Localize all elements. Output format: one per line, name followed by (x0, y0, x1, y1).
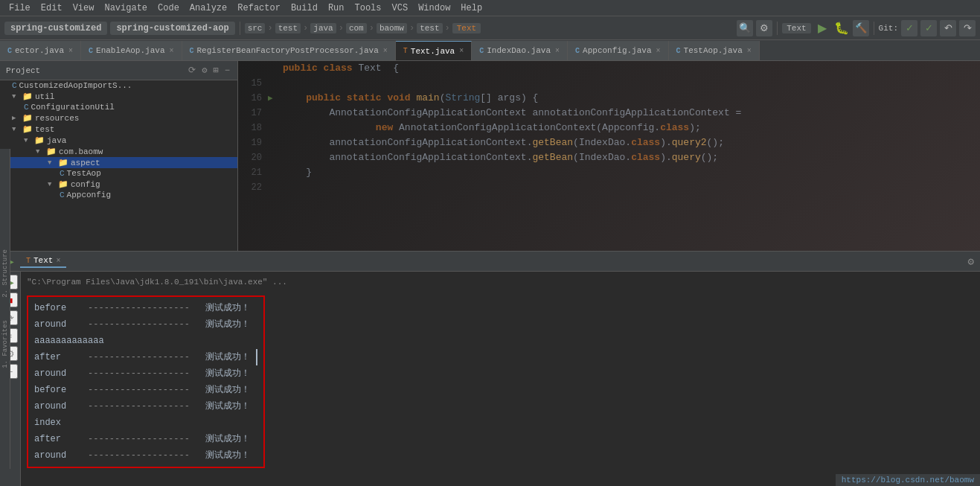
close-icon6[interactable]: × (656, 47, 661, 55)
breadcrumb-com[interactable]: com (346, 23, 367, 33)
tab-testaop[interactable]: C TestAop.java × (669, 41, 760, 60)
tree-node-customized[interactable]: C CustomizedAopImportS... (0, 80, 237, 91)
build-button[interactable]: 🔨 (853, 20, 869, 36)
breadcrumb-test[interactable]: test (275, 23, 301, 33)
tree-node-testaop[interactable]: C TestAop (0, 168, 237, 179)
undo-btn[interactable]: ↶ (940, 20, 956, 36)
tree-label-java: java (47, 136, 66, 145)
cursor-blink (256, 349, 257, 365)
menu-file[interactable]: File (4, 1, 35, 15)
tab-text[interactable]: T Text.java × (396, 41, 472, 60)
chevron-down-icon3: ▼ (24, 137, 34, 144)
line-code-19: annotationConfigApplicationContext.getBe… (280, 135, 980, 150)
close-icon4[interactable]: × (459, 47, 464, 55)
tab-label2: EnableAop.java (96, 46, 164, 55)
breadcrumb-java[interactable]: java (310, 23, 336, 33)
chevron-right-icon: ▶ (12, 114, 22, 122)
tree-node-test[interactable]: ▼ 📁 test (0, 124, 237, 135)
tab-icon-c3: C (190, 47, 194, 55)
tab-icon-c6: C (575, 47, 580, 55)
menu-refactor[interactable]: Refactor (233, 1, 285, 15)
run-tab-text[interactable]: T Text × (20, 255, 66, 268)
chevron-down-icon4: ▼ (36, 148, 46, 156)
menu-vcs[interactable]: VCS (388, 1, 413, 15)
sidebar-sync-icon[interactable]: ⟳ (187, 65, 197, 76)
line-code-18: new AnnotationConfigApplicationContext(A… (280, 121, 980, 135)
menu-tools[interactable]: Tools (350, 1, 386, 15)
file-tabs: C ector.java × C EnableAop.java × C Regi… (0, 40, 980, 61)
tab-icon-c5: C (479, 47, 484, 55)
menu-build[interactable]: Build (286, 1, 322, 15)
code-line-18: 18 new AnnotationConfigApplicationContex… (238, 121, 980, 135)
tab-icon-c: C (7, 47, 12, 55)
breadcrumb-text[interactable]: Text (452, 23, 481, 33)
code-line-20: 20 annotationConfigApplicationContext.ge… (238, 150, 980, 165)
redo-btn[interactable]: ↷ (959, 20, 976, 36)
line-code-17: AnnotationConfigApplicationContext annot… (280, 106, 980, 121)
sidebar-gear-icon[interactable]: ⚙ (200, 65, 208, 76)
tab-register[interactable]: C RegisterBeanFactoryPostProcessor.java … (182, 41, 396, 60)
breadcrumb-test2[interactable]: test (417, 23, 442, 33)
breadcrumb-src[interactable]: src (245, 23, 266, 33)
tree-node-java[interactable]: ▼ 📁 java (0, 135, 237, 146)
close-icon[interactable]: × (68, 47, 73, 55)
tab-enableaop[interactable]: C EnableAop.java × (81, 41, 182, 60)
tree-label-config: config (71, 180, 100, 189)
code-editor[interactable]: public class Text { 15 16 ▶ public stati… (238, 61, 980, 251)
project-name-1[interactable]: spring-customized (4, 22, 107, 35)
tree-node-combaomw[interactable]: ▼ 📁 com.baomw (0, 146, 237, 157)
search-toolbar-btn[interactable]: 🔍 (737, 20, 753, 36)
tab-icon-c2: C (89, 47, 93, 55)
menu-navigate[interactable]: Navigate (100, 1, 152, 15)
output-line-8: index (34, 415, 257, 431)
git-check-btn[interactable]: ✓ (901, 20, 917, 36)
tree-node-config[interactable]: ▼ 📁 config (0, 179, 237, 190)
git-update-btn[interactable]: ✓ (920, 20, 937, 36)
sidebar-close-icon[interactable]: − (223, 65, 231, 76)
tree-node-util[interactable]: ▼ 📁 util (0, 91, 237, 102)
tree-label-testaop: TestAop (67, 169, 101, 178)
menu-bar: File Edit View Navigate Code Analyze Ref… (0, 0, 980, 16)
close-icon3[interactable]: × (383, 47, 388, 55)
run-tab-close[interactable]: × (56, 257, 60, 265)
sidebar-expand-icon[interactable]: ⊞ (212, 65, 220, 76)
close-icon7[interactable]: × (747, 47, 752, 55)
debug-button[interactable]: 🐛 (833, 20, 850, 36)
tab-ector[interactable]: C ector.java × (0, 41, 81, 60)
tree-label-util: util (35, 92, 54, 101)
settings-toolbar-btn[interactable]: ⚙ (756, 20, 772, 36)
menu-edit[interactable]: Edit (36, 1, 67, 15)
run-output[interactable]: "C:\Program Files\Java\jdk1.8.0_191\bin\… (21, 272, 980, 486)
tree-node-configutil[interactable]: C ConfigurationUtil (0, 102, 237, 112)
menu-analyze[interactable]: Analyze (185, 1, 231, 15)
menu-window[interactable]: Window (414, 1, 455, 15)
toolbar-separator2 (777, 22, 778, 35)
folder-icon2: 📁 (22, 113, 33, 123)
menu-view[interactable]: View (68, 1, 99, 15)
tree-node-resources[interactable]: ▶ 📁 resources (0, 112, 237, 124)
tab-indexdao[interactable]: C IndexDao.java × (472, 41, 568, 60)
close-icon2[interactable]: × (169, 47, 173, 55)
chevron-down-icon: ▼ (12, 93, 22, 100)
menu-help[interactable]: Help (456, 1, 487, 15)
breadcrumb-baomw[interactable]: baomw (377, 23, 407, 33)
tree-node-appconfig[interactable]: C Appconfig (0, 190, 237, 200)
tree-node-aspect[interactable]: ▼ 📁 aspect (0, 157, 237, 168)
run-settings-icon[interactable]: ⚙ (968, 255, 974, 268)
close-icon5[interactable]: × (555, 47, 560, 55)
toolbar-separator3 (874, 22, 874, 35)
tab-appconfig[interactable]: C Appconfig.java × (568, 41, 668, 60)
breadcrumb-arrow4: › (369, 23, 374, 33)
project-name-2[interactable]: spring-customized-aop (110, 22, 234, 35)
breadcrumb-arrow2: › (303, 23, 308, 33)
menu-run[interactable]: Run (324, 1, 349, 15)
menu-code[interactable]: Code (153, 1, 184, 15)
run-cmd: "C:\Program Files\Java\jdk1.8.0_191\bin\… (27, 275, 974, 290)
line-arrow-16: ▶ (268, 91, 280, 106)
run-button[interactable]: ▶ (814, 20, 830, 36)
folder-icon4: 📁 (34, 135, 45, 145)
output-line-10: around ------------------- 测试成功！ (34, 447, 257, 464)
bottom-url: https://blog.csdn.net/baomw (836, 474, 980, 486)
tree-label-appconfig: Appconfig (67, 191, 111, 199)
breadcrumb-arrow5: › (409, 23, 414, 33)
